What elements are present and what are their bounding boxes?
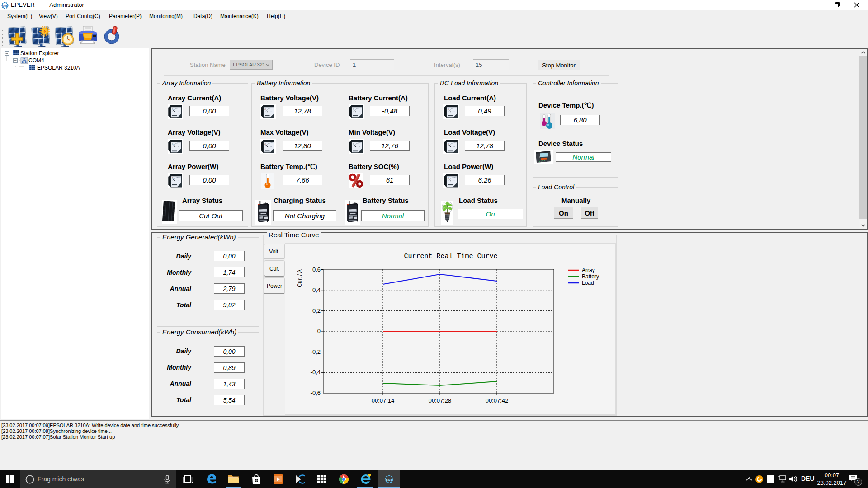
svg-text:BUS: BUS xyxy=(386,478,392,481)
svg-text:-0,6: -0,6 xyxy=(311,389,321,396)
svg-text:BUS: BUS xyxy=(2,5,8,7)
svg-text:-0,4: -0,4 xyxy=(311,369,321,375)
svg-text:0,2: 0,2 xyxy=(312,307,321,314)
svg-text:0,6: 0,6 xyxy=(312,266,321,273)
svg-text:00:07:14: 00:07:14 xyxy=(372,397,395,404)
svg-text:0: 0 xyxy=(317,328,321,334)
svg-text:Load: Load xyxy=(582,280,594,286)
svg-text:00:07:42: 00:07:42 xyxy=(486,397,509,404)
svg-text:Array: Array xyxy=(582,267,595,273)
svg-text:Cur. / A: Cur. / A xyxy=(297,269,303,287)
svg-text:0,4: 0,4 xyxy=(312,286,321,293)
svg-text:Current Real Time Curve: Current Real Time Curve xyxy=(404,253,497,260)
svg-text:Battery: Battery xyxy=(582,273,599,280)
svg-text:-0,2: -0,2 xyxy=(311,348,321,355)
svg-text:00:07:28: 00:07:28 xyxy=(429,397,452,404)
